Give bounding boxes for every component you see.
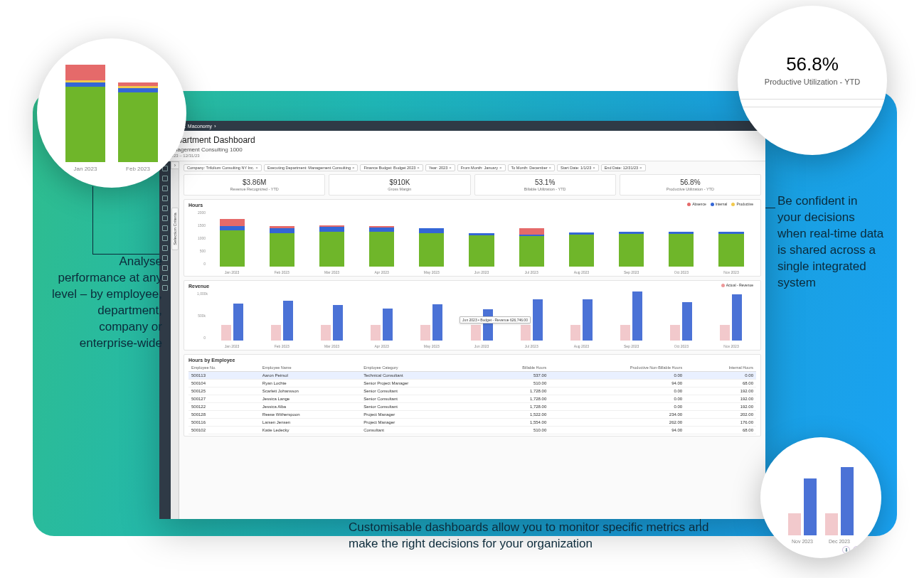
hours-bar[interactable]: Aug 2023 bbox=[556, 232, 606, 274]
expand-side-panel-button[interactable]: › bbox=[171, 161, 179, 169]
zoom-bubble-hours: Jan 2023Feb 2023 bbox=[37, 38, 186, 188]
table-title: Hours by Employee bbox=[188, 358, 756, 363]
nav-icon[interactable] bbox=[162, 225, 168, 231]
legend-absence: Absence bbox=[692, 202, 706, 206]
table-row[interactable]: 500102Katie LedeckyConsultant510.0094.00… bbox=[188, 427, 756, 434]
nav-icon[interactable] bbox=[162, 205, 168, 211]
filter-chip[interactable]: To Month: December× bbox=[508, 164, 556, 171]
revenue-bar-group[interactable]: Jan 2023 bbox=[207, 304, 257, 348]
table-row[interactable]: 500128Reese WitherspoonProject Manager1,… bbox=[188, 411, 756, 419]
revenue-bar-group[interactable]: May 2023 bbox=[407, 304, 457, 348]
chip-close-icon[interactable]: × bbox=[255, 166, 258, 170]
revenue-bar-group[interactable]: Jun 2023 bbox=[457, 309, 506, 348]
hours-bar[interactable]: Jan 2023 bbox=[207, 219, 257, 274]
table-row[interactable]: 500113Aaron PeirsolTechnical Consultant5… bbox=[188, 372, 756, 380]
filter-chip[interactable]: Finance Budget: Budget 2023× bbox=[360, 164, 423, 171]
kpi-card[interactable]: 53.1%Billable Utilization - YTD bbox=[474, 174, 616, 196]
filter-chip[interactable]: Company: Trifolium Consulting NY Inc.× bbox=[184, 164, 262, 171]
chip-close-icon[interactable]: × bbox=[549, 166, 552, 170]
page-title: Department Dashboard bbox=[166, 135, 758, 145]
legend-internal: Internal bbox=[716, 202, 728, 206]
filter-icon[interactable]: ▾ bbox=[853, 546, 861, 554]
hours-chart: 2000150010005000 Jan 2023Feb 2023Mar 202… bbox=[188, 209, 756, 274]
revenue-bar-group[interactable]: Oct 2023 bbox=[657, 302, 706, 348]
table-row[interactable]: 500122Jessica AlbaSenior Consultant1,728… bbox=[188, 403, 756, 411]
page-header: Department Dashboard Management Consulti… bbox=[159, 131, 765, 161]
expand-icon[interactable]: ⤢ bbox=[864, 546, 871, 554]
hours-bar[interactable]: Nov 2023 bbox=[706, 232, 756, 274]
nav-icon[interactable] bbox=[162, 196, 168, 201]
zoom-bubble-revenue: Nov 2023Dec 2023 ⬇ ▾ ⤢ bbox=[760, 437, 881, 558]
nav-icon[interactable] bbox=[162, 186, 168, 191]
nav-icon[interactable] bbox=[162, 176, 168, 181]
table-row[interactable]: 500104Ryan LochteSenior Project Manager5… bbox=[188, 380, 756, 387]
revenue-bar-group[interactable]: Jul 2023 bbox=[506, 299, 556, 348]
revenue-title: Revenue bbox=[188, 284, 756, 289]
download-icon[interactable]: ⬇ bbox=[842, 546, 850, 554]
hours-title: Hours bbox=[188, 203, 756, 208]
nav-icon[interactable] bbox=[162, 245, 168, 251]
table-row[interactable]: 500125Scarlett JohanssonSenior Consultan… bbox=[188, 387, 756, 395]
filter-chip[interactable]: From Month: January× bbox=[457, 164, 506, 171]
nav-icon[interactable] bbox=[162, 285, 168, 291]
chip-close-icon[interactable]: × bbox=[449, 166, 452, 170]
revenue-bar-group[interactable]: Feb 2023 bbox=[257, 301, 307, 348]
revenue-bar-group[interactable]: Mar 2023 bbox=[307, 305, 356, 348]
nav-icon[interactable] bbox=[162, 275, 168, 281]
revenue-plot: Jun 2023 • Budget - Revenue 626,746.00 J… bbox=[207, 291, 756, 348]
zoom-bubble-kpi: 56.8% Productive Utilization - YTD bbox=[738, 6, 887, 155]
revenue-y-axis: 1,000k500k0 bbox=[197, 291, 206, 340]
breadcrumb-chevron-icon: › bbox=[214, 123, 216, 129]
nav-icon[interactable] bbox=[162, 215, 168, 221]
hours-bar[interactable]: Feb 2023 bbox=[257, 226, 307, 274]
chip-close-icon[interactable]: × bbox=[639, 166, 642, 170]
kpi-zoom-label: Productive Utilization - YTD bbox=[765, 77, 860, 86]
hours-bar[interactable]: Sep 2023 bbox=[607, 232, 657, 274]
hours-plot: Jan 2023Feb 2023Mar 2023Apr 2023May 2023… bbox=[207, 210, 756, 274]
hours-bar[interactable]: Mar 2023 bbox=[307, 225, 356, 274]
page-subtitle: Management Consulting 1000 bbox=[166, 146, 758, 153]
zoom-toolbar: ⬇ ▾ ⤢ bbox=[842, 546, 871, 554]
hours-bar[interactable]: May 2023 bbox=[407, 228, 457, 274]
revenue-chart: 1,000k500k0 Jun 2023 • Budget - Revenue … bbox=[188, 290, 756, 348]
nav-icon[interactable] bbox=[162, 255, 168, 261]
hours-panel: Hours Absence Internal Productive 200015… bbox=[184, 199, 761, 277]
hours-bar[interactable]: Jun 2023 bbox=[457, 233, 506, 274]
chip-close-icon[interactable]: × bbox=[352, 166, 355, 170]
hours-bar[interactable]: Oct 2023 bbox=[657, 232, 706, 274]
filter-chip[interactable]: Start Date: 1/1/23× bbox=[557, 164, 599, 171]
hours-bar[interactable]: Jul 2023 bbox=[506, 228, 556, 274]
kpi-card[interactable]: $910KGross Margin bbox=[329, 174, 470, 196]
kpi-card[interactable]: 56.8%Productive Utilization - YTD bbox=[620, 174, 761, 196]
chip-close-icon[interactable]: × bbox=[499, 166, 502, 170]
revenue-bar-group[interactable]: Sep 2023 bbox=[607, 291, 657, 348]
product-text: Maconomy bbox=[188, 124, 212, 129]
dashboard-main: Company: Trifolium Consulting NY Inc.×Ex… bbox=[179, 161, 765, 519]
revenue-legend: Actual - Revenue bbox=[721, 283, 753, 287]
hours-legend: Absence Internal Productive bbox=[687, 202, 753, 206]
table-row[interactable]: 500127Jessica LangeSenior Consultant1,72… bbox=[188, 395, 756, 403]
hours-by-employee-table[interactable]: Employee No.Employee NameEmployee Catego… bbox=[188, 364, 756, 434]
revenue-bar-group[interactable]: Nov 2023 bbox=[706, 294, 756, 348]
annotation-left: Analyse performance at any level – by em… bbox=[52, 254, 162, 352]
legend-actual: Actual - Revenue bbox=[726, 283, 753, 287]
hours-bar[interactable]: Apr 2023 bbox=[357, 226, 407, 274]
nav-icon[interactable] bbox=[162, 235, 168, 241]
filter-chip[interactable]: End Date: 12/31/23× bbox=[601, 164, 646, 171]
kpi-card[interactable]: $3.86MRevenue Recognized - YTD bbox=[184, 174, 325, 196]
legend-productive: Productive bbox=[736, 202, 753, 206]
revenue-bar-group[interactable]: Apr 2023 bbox=[357, 309, 407, 348]
nav-icon[interactable] bbox=[162, 265, 168, 271]
chip-close-icon[interactable]: × bbox=[417, 166, 420, 170]
filter-chip[interactable]: Year: 2023× bbox=[425, 164, 455, 171]
revenue-bar-group[interactable]: Aug 2023 bbox=[556, 299, 606, 348]
filter-chip[interactable]: Executing Department: Management Consult… bbox=[264, 164, 359, 171]
table-row[interactable]: 500116Larsen JensenProject Manager1,554.… bbox=[188, 419, 756, 427]
page-date-range: 1/1/23 – 12/31/23 bbox=[166, 154, 758, 158]
filter-bar: Company: Trifolium Consulting NY Inc.×Ex… bbox=[184, 164, 761, 171]
revenue-tooltip: Jun 2023 • Budget - Revenue 626,746.00 bbox=[460, 316, 531, 323]
revenue-panel: Revenue Actual - Revenue 1,000k500k0 Jun… bbox=[184, 280, 761, 350]
chip-close-icon[interactable]: × bbox=[593, 166, 595, 170]
lead-left bbox=[92, 186, 93, 254]
selection-criteria-tab[interactable]: Selection Criteria bbox=[171, 208, 179, 250]
